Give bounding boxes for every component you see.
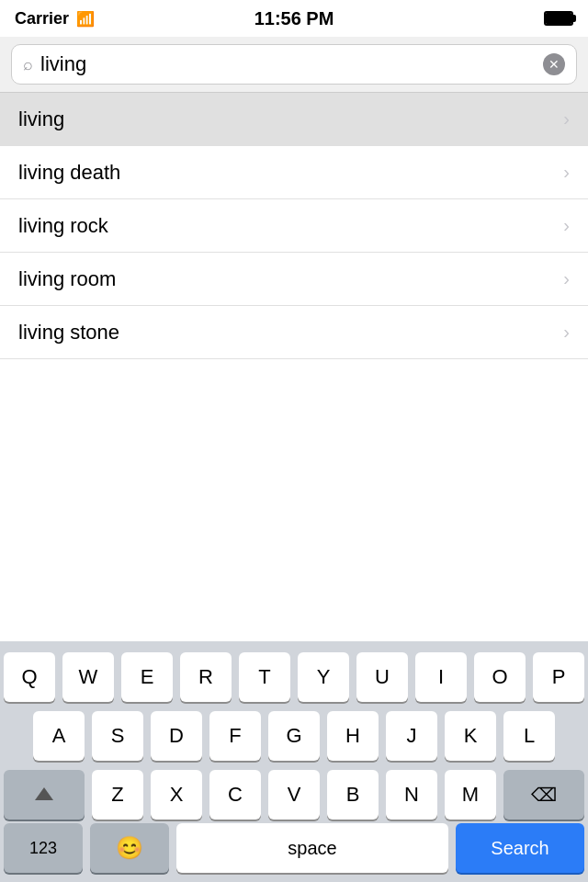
suggestion-text: living bbox=[18, 107, 64, 131]
status-bar: Carrier 📶 11:56 PM bbox=[0, 0, 588, 37]
key-x[interactable]: X bbox=[151, 770, 202, 820]
carrier-label: Carrier bbox=[15, 9, 69, 28]
key-z[interactable]: Z bbox=[92, 770, 143, 820]
keyboard-bottom-row: 123 😊 space Search bbox=[0, 823, 588, 882]
key-h[interactable]: H bbox=[327, 711, 379, 761]
suggestions-list: living›living death›living rock›living r… bbox=[0, 93, 588, 359]
clear-button[interactable]: ✕ bbox=[543, 53, 565, 75]
search-input[interactable]: living bbox=[40, 52, 543, 76]
key-l[interactable]: L bbox=[503, 711, 555, 761]
key-j[interactable]: J bbox=[386, 711, 437, 761]
numbers-key[interactable]: 123 bbox=[4, 823, 83, 873]
key-row-3: ZXCVBNM⌫ bbox=[4, 770, 584, 820]
carrier-wifi: Carrier 📶 bbox=[15, 9, 100, 28]
suggestion-text: living death bbox=[18, 161, 120, 185]
key-e[interactable]: E bbox=[121, 652, 173, 702]
suggestion-item[interactable]: living death› bbox=[0, 146, 588, 199]
shift-key[interactable] bbox=[4, 770, 85, 820]
key-g[interactable]: G bbox=[268, 711, 320, 761]
key-s[interactable]: S bbox=[92, 711, 143, 761]
suggestion-text: living rock bbox=[18, 214, 108, 238]
key-t[interactable]: T bbox=[239, 652, 290, 702]
key-a[interactable]: A bbox=[33, 711, 85, 761]
chevron-right-icon: › bbox=[563, 108, 570, 130]
wifi-icon: 📶 bbox=[76, 10, 95, 28]
key-c[interactable]: C bbox=[209, 770, 261, 820]
search-bar: ⌕ living ✕ bbox=[0, 37, 588, 93]
key-y[interactable]: Y bbox=[298, 652, 349, 702]
key-m[interactable]: M bbox=[445, 770, 496, 820]
suggestion-text: living room bbox=[18, 267, 116, 291]
key-row-1: QWERTYUIOP bbox=[4, 652, 584, 702]
suggestion-item[interactable]: living stone› bbox=[0, 306, 588, 359]
key-n[interactable]: N bbox=[386, 770, 437, 820]
space-key[interactable]: space bbox=[176, 823, 448, 873]
key-q[interactable]: Q bbox=[4, 652, 55, 702]
suggestion-item[interactable]: living› bbox=[0, 93, 588, 146]
key-w[interactable]: W bbox=[62, 652, 114, 702]
chevron-right-icon: › bbox=[563, 322, 570, 343]
key-i[interactable]: I bbox=[415, 652, 467, 702]
battery-icon bbox=[544, 11, 573, 26]
key-b[interactable]: B bbox=[327, 770, 379, 820]
key-v[interactable]: V bbox=[268, 770, 320, 820]
chevron-right-icon: › bbox=[563, 162, 570, 183]
battery-container bbox=[544, 11, 573, 26]
keyboard-rows: QWERTYUIOP ASDFGHJKL ZXCVBNM⌫ bbox=[0, 641, 588, 823]
key-p[interactable]: P bbox=[533, 652, 584, 702]
suggestion-text: living stone bbox=[18, 321, 119, 345]
key-r[interactable]: R bbox=[180, 652, 232, 702]
delete-key[interactable]: ⌫ bbox=[503, 770, 584, 820]
key-u[interactable]: U bbox=[356, 652, 408, 702]
key-f[interactable]: F bbox=[209, 711, 261, 761]
chevron-right-icon: › bbox=[563, 215, 570, 236]
key-k[interactable]: K bbox=[445, 711, 496, 761]
search-bar-inner[interactable]: ⌕ living ✕ bbox=[11, 44, 577, 85]
key-d[interactable]: D bbox=[151, 711, 202, 761]
chevron-right-icon: › bbox=[563, 268, 570, 289]
status-time: 11:56 PM bbox=[254, 8, 334, 29]
search-icon: ⌕ bbox=[23, 55, 33, 74]
key-row-2: ASDFGHJKL bbox=[4, 711, 584, 761]
suggestion-item[interactable]: living rock› bbox=[0, 199, 588, 253]
emoji-key[interactable]: 😊 bbox=[90, 823, 169, 873]
keyboard: QWERTYUIOP ASDFGHJKL ZXCVBNM⌫ 123 😊 spac… bbox=[0, 641, 588, 882]
search-key[interactable]: Search bbox=[456, 823, 584, 873]
suggestion-item[interactable]: living room› bbox=[0, 253, 588, 306]
key-o[interactable]: O bbox=[474, 652, 526, 702]
